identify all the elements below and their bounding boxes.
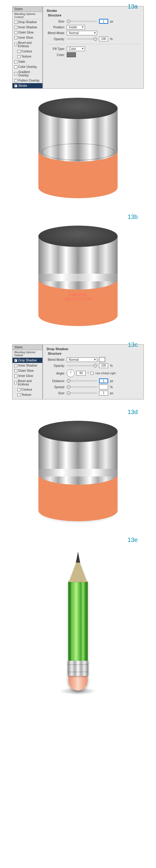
style-item[interactable]: Satin [12,59,42,64]
style-item[interactable]: Outer Glow [12,30,42,35]
cylinder-illustration-13d [32,421,124,518]
ds-size-input[interactable]: 1 [99,391,108,396]
style-item[interactable]: Outer Glow [12,368,42,373]
style-checkbox[interactable] [14,65,18,68]
layer-style-dialog-13c: Styles Blending Options: Default Drop Sh… [12,344,144,399]
style-checkbox[interactable] [18,388,21,391]
spread-unit: % [110,385,113,389]
opacity-input[interactable]: 100 [99,363,108,368]
style-label: Satin [18,60,25,63]
spread-slider[interactable] [67,386,97,388]
style-checkbox[interactable] [14,60,18,63]
opacity-slider[interactable] [67,38,97,39]
style-checkbox[interactable] [14,369,18,372]
spread-input[interactable] [99,384,108,390]
checkbox-stroke[interactable] [14,84,18,87]
style-checkbox[interactable] [18,50,21,53]
style-item[interactable]: Inner Glow [12,373,42,378]
style-item[interactable]: Contour [12,387,42,392]
size-slider[interactable] [67,21,97,22]
style-checkbox[interactable] [14,79,18,82]
opacity-label: Opacity: [46,364,65,368]
angle-unit: ° [88,372,89,375]
ds-size-slider[interactable] [67,393,97,394]
style-checkbox[interactable] [14,26,18,29]
styles-header: Styles [12,345,42,350]
style-item[interactable]: Contour [12,49,42,54]
blend-label: Blend Mode: [46,358,65,362]
style-label: Drop Shadow [18,21,37,24]
style-label: Outer Glow [18,31,34,34]
style-checkbox[interactable] [18,55,21,58]
style-label: Texture [21,55,31,58]
styles-list-panel: Styles Blending Options: Custom Drop Sha… [12,6,43,89]
style-item[interactable]: Pattern Overlay [12,78,42,83]
style-item[interactable]: Bevel and Emboss [12,378,42,387]
style-item[interactable]: Drop Shadow [12,20,42,25]
style-label: Contour [21,388,32,391]
style-checkbox[interactable] [14,43,17,46]
style-label: Inner Shadow [18,364,37,367]
style-label: Pattern Overlay [18,79,39,82]
angle-label: Angle: [46,372,65,375]
style-checkbox[interactable] [14,381,17,384]
checkbox-drop-shadow[interactable] [14,359,18,362]
style-checkbox[interactable] [14,72,18,75]
style-item[interactable]: Texture [12,392,42,397]
style-label: Gradient Overlay [18,70,40,77]
distance-input[interactable]: 1 [99,378,108,383]
style-label: Texture [21,393,31,396]
blending-options-label[interactable]: Blending Options: Default [12,350,42,358]
style-item[interactable]: Inner Glow [12,35,42,40]
angle-dial[interactable] [67,369,75,377]
style-item[interactable]: Color Overlay [12,64,42,69]
step-label-13a: 13a [128,3,138,10]
angle-input[interactable]: 90 [76,371,86,376]
blend-select[interactable]: Normal [67,31,97,35]
style-label: Inner Glow [18,374,33,377]
style-item[interactable]: Gradient Overlay [12,69,42,78]
position-select[interactable]: Inside [67,25,85,30]
opacity-unit: % [110,364,113,368]
blending-options-label[interactable]: Blending Options: Custom [12,12,42,20]
blend-select[interactable]: Normal [67,358,97,362]
style-checkbox[interactable] [14,374,18,377]
style-checkbox[interactable] [14,21,18,24]
dropshadow-title: Drop Shadow [46,347,140,351]
stroke-title: Stroke [46,9,140,12]
distance-slider[interactable] [67,380,97,381]
shadow-color-swatch[interactable] [99,357,105,362]
style-item[interactable]: Inner Shadow [12,363,42,368]
style-item-drop-shadow[interactable]: Drop Shadow [12,358,42,363]
style-label: Inner Glow [18,36,33,39]
style-checkbox[interactable] [14,31,18,34]
step-label-13d: 13d [128,409,138,415]
styles-list-panel: Styles Blending Options: Default Drop Sh… [12,344,43,399]
style-checkbox[interactable] [14,364,18,367]
style-label: Outer Glow [18,369,34,372]
style-item[interactable]: Bevel and Emboss [12,40,42,49]
color-swatch[interactable] [67,52,76,57]
cylinder-illustration-13b: PS教程论坛BBS.16XX8.COM [32,226,124,323]
style-item[interactable]: Texture [12,54,42,59]
opacity-input[interactable]: 100 [99,36,108,41]
style-checkbox[interactable] [14,36,18,39]
style-item[interactable]: Inner Shadow [12,25,42,30]
style-label: Bevel and Emboss [18,41,40,48]
ds-size-unit: px [110,392,113,395]
filltype-select[interactable]: Color [67,46,85,51]
style-checkbox[interactable] [18,393,21,396]
structure-subtitle: Structure [46,352,140,355]
step-label-13b: 13b [128,213,138,220]
opacity-label: Opacity: [46,37,65,41]
size-input[interactable]: 1 [99,19,108,24]
global-light-checkbox[interactable] [91,372,94,375]
size-unit: px [110,20,113,23]
size-label: Size: [46,20,65,23]
pencil-illustration [48,552,108,698]
style-label: Bevel and Emboss [18,379,40,386]
style-item-stroke[interactable]: Stroke [12,83,42,88]
position-label: Position: [46,26,65,29]
style-label: Drop Shadow [18,359,37,362]
opacity-slider[interactable] [67,365,97,366]
